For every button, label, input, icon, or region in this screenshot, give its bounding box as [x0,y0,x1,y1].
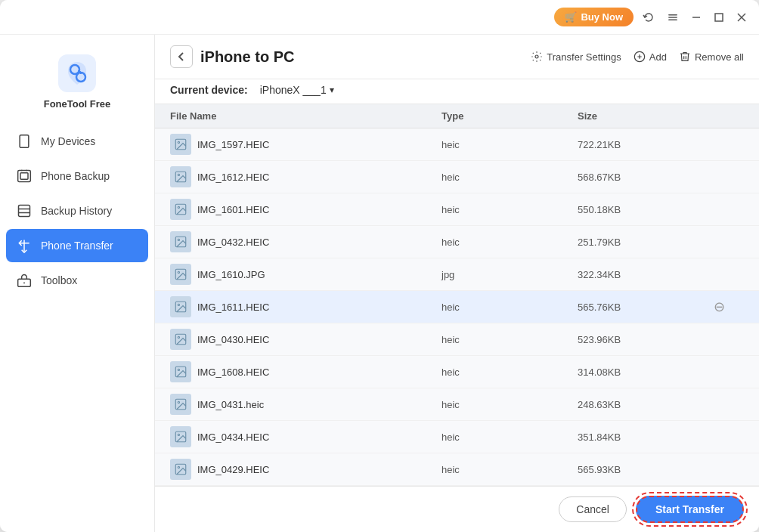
image-icon [174,430,187,444]
undo-button[interactable] [640,8,658,26]
svg-point-30 [178,206,179,208]
file-type: heic [441,431,578,443]
sidebar-item-my-devices[interactable]: My Devices [6,125,148,158]
table-body: IMG_1597.HEIC heic 722.21KB IMG_1612.HEI… [155,128,759,486]
content-header: iPhone to PC Transfer Settings [155,35,759,79]
table-row[interactable]: IMG_0434.HEIC heic 351.84KB [155,421,759,453]
file-icon [170,394,191,415]
sidebar-item-label: Phone Backup [41,170,110,182]
file-type: heic [441,139,578,150]
minimize-button[interactable] [688,9,705,26]
device-selector-row: Current device: iPhoneX ___1 ▾ [155,79,759,104]
svg-point-21 [535,55,538,58]
backup-icon [17,169,32,184]
file-icon [170,134,191,155]
smartphone-icon [17,134,32,149]
page-title: iPhone to PC [200,48,294,66]
file-size: 565.93KB [578,464,714,475]
start-transfer-button[interactable]: Start Transfer [636,496,744,523]
file-icon [170,166,191,187]
close-button[interactable] [733,9,750,26]
image-icon [174,300,187,314]
image-icon [174,365,187,379]
table-row[interactable]: IMG_0432.HEIC heic 251.79KB [155,226,759,258]
history-icon [17,203,32,218]
device-selector[interactable]: iPhoneX ___1 ▾ [260,84,334,96]
svg-rect-1 [668,17,677,18]
cancel-button[interactable]: Cancel [559,496,627,522]
svg-point-28 [178,174,179,175]
file-name-cell: IMG_0430.HEIC [170,329,441,350]
remove-all-button[interactable]: Remove all [679,51,744,63]
buy-now-button[interactable]: 🛒 Buy Now [554,8,634,26]
add-button[interactable]: Add [634,51,667,63]
sidebar-item-phone-transfer[interactable]: Phone Transfer [6,229,148,262]
brand-name: FoneTool Free [44,98,111,110]
transfer-settings-label: Transfer Settings [547,51,621,63]
back-button[interactable] [170,45,193,68]
cart-icon: 🛒 [565,11,577,23]
table-row[interactable]: IMG_1612.HEIC heic 568.67KB [155,161,759,193]
table-row[interactable]: IMG_1601.HEIC heic 550.18KB [155,193,759,226]
maximize-icon [714,12,724,23]
svg-point-36 [178,304,179,305]
file-name: IMG_0432.HEIC [197,237,269,248]
file-name-cell: IMG_1601.HEIC [170,199,441,220]
table-row[interactable]: IMG_1597.HEIC heic 722.21KB [155,128,759,161]
file-icon [170,361,191,382]
svg-rect-10 [20,135,29,148]
file-type: heic [441,172,578,183]
sidebar: FoneTool Free My Devices [0,35,155,532]
table-row[interactable]: IMG_1610.JPG jpg 322.34KB [155,258,759,291]
table-row[interactable]: IMG_0430.HEIC heic 523.96KB [155,323,759,356]
table-row[interactable]: IMG_0431.heic heic 248.63KB [155,388,759,421]
table-row[interactable]: IMG_0429.HEIC heic 565.93KB [155,453,759,486]
file-size: 351.84KB [578,431,714,443]
svg-rect-4 [715,14,723,21]
file-type: heic [441,302,578,313]
svg-point-42 [178,401,179,403]
file-size: 565.76KB [578,302,714,313]
file-name-cell: IMG_1612.HEIC [170,166,441,187]
menu-button[interactable] [664,8,682,26]
file-icon [170,296,191,317]
sidebar-item-label: Toolbox [41,274,77,286]
file-icon [170,426,191,447]
col-actions [714,110,744,122]
table-row[interactable]: IMG_1611.HEIC heic 565.76KB ⊖ [155,291,759,323]
content-area: iPhone to PC Transfer Settings [155,35,759,532]
sidebar-item-label: Phone Transfer [41,240,113,252]
add-circle-icon [634,51,646,63]
file-name: IMG_1610.JPG [197,269,265,280]
sidebar-item-backup-history[interactable]: Backup History [6,194,148,227]
remove-icon[interactable]: ⊖ [714,299,725,314]
file-type: heic [441,464,578,475]
transfer-settings-button[interactable]: Transfer Settings [531,51,621,63]
file-name-cell: IMG_1597.HEIC [170,134,441,155]
remove-all-label: Remove all [695,51,744,63]
toolbar-actions: Transfer Settings Add [531,51,744,63]
row-action[interactable]: ⊖ [714,298,744,315]
main-window: 🛒 Buy Now [0,0,759,532]
file-size: 722.21KB [578,139,714,150]
image-icon [174,268,187,281]
image-icon [174,235,187,249]
sidebar-item-phone-backup[interactable]: Phone Backup [6,159,148,193]
settings-icon [531,51,543,63]
file-name: IMG_0429.HEIC [197,464,269,475]
file-name: IMG_0430.HEIC [197,334,269,345]
file-name-cell: IMG_0434.HEIC [170,426,441,447]
buy-now-label: Buy Now [581,11,623,23]
table-row[interactable]: IMG_1608.HEIC heic 314.08KB [155,356,759,388]
col-type: Type [441,110,578,122]
svg-rect-0 [668,14,677,16]
maximize-button[interactable] [711,9,727,26]
file-name: IMG_1601.HEIC [197,204,269,215]
file-name: IMG_1611.HEIC [197,302,269,313]
file-table: File Name Type Size IMG_1597.HEIC [155,104,759,486]
sidebar-item-toolbox[interactable]: Toolbox [6,264,148,297]
file-name: IMG_1612.HEIC [197,172,269,183]
file-size: 322.34KB [578,269,714,280]
minimize-icon [691,12,702,23]
page-title-area: iPhone to PC [170,45,294,68]
